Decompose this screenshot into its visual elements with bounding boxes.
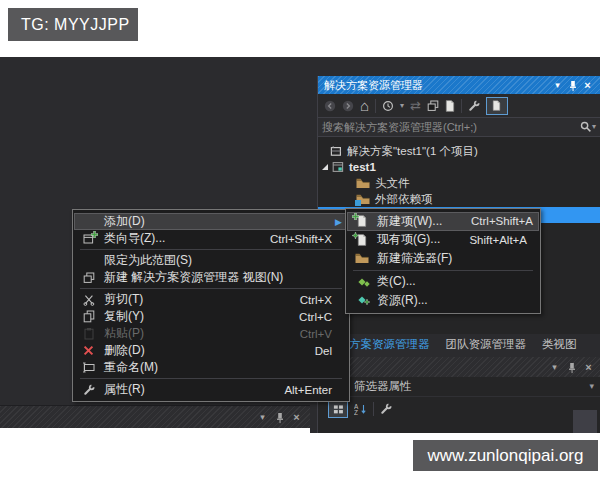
- new-item-icon: [352, 215, 371, 227]
- pin-icon[interactable]: [565, 76, 580, 94]
- screenshot-root: TG: MYYJJPP 解决方案资源管理器 ▾ × ⌂ ▾ ⇄: [0, 0, 600, 480]
- properties-object-combobox[interactable]: 筛选器属性 ▾: [318, 377, 600, 397]
- menu-item-delete[interactable]: 删除(D) Del: [74, 342, 348, 359]
- context-menu: 添加(D) ▶ 类向导(Z)... Ctrl+Shift+X 限定为此范围(S)…: [72, 209, 350, 402]
- submenu-item-existing-item[interactable]: 现有项(G)... Shift+Alt+A: [347, 231, 539, 250]
- show-all-files-icon[interactable]: [445, 100, 455, 112]
- pending-changes-filter-icon[interactable]: [382, 100, 394, 112]
- close-icon[interactable]: ×: [289, 408, 304, 426]
- tree-row-project[interactable]: test1: [318, 159, 600, 175]
- properties-wrench-icon[interactable]: [468, 100, 480, 112]
- refresh-icon[interactable]: ⇄: [410, 99, 421, 112]
- menu-item-properties[interactable]: 属性(R) Alt+Enter: [74, 381, 348, 398]
- solution-explorer-search: ▾: [318, 118, 600, 137]
- submenu-item-resource[interactable]: 资源(R)...: [347, 291, 539, 310]
- properties-panel: ▾ × 筛选器属性 ▾: [317, 357, 600, 433]
- window-position-menu-icon[interactable]: ▾: [547, 358, 562, 376]
- class-icon: [352, 278, 371, 286]
- menu-item-label: 添加(D): [104, 213, 329, 230]
- menu-separator: [80, 378, 342, 379]
- pin-icon[interactable]: [272, 408, 287, 426]
- scrollbar-grip[interactable]: [573, 410, 597, 433]
- menu-item-class-wizard[interactable]: 类向导(Z)... Ctrl+Shift+X: [74, 230, 348, 247]
- collapse-all-icon[interactable]: [427, 100, 439, 112]
- delete-icon: [79, 345, 98, 356]
- menu-shortcut: Shift+Alt+A: [469, 234, 527, 246]
- close-icon[interactable]: ×: [580, 76, 595, 94]
- menu-item-add[interactable]: 添加(D) ▶: [74, 213, 348, 230]
- properties-toolbar: [318, 397, 600, 421]
- menu-separator: [80, 288, 342, 289]
- menu-item-label: 新建 解决方案资源管理器 视图(N): [104, 269, 332, 286]
- tree-row-solution[interactable]: 解决方案"test1"(1 个项目): [318, 143, 600, 159]
- home-icon[interactable]: ⌂: [360, 98, 369, 113]
- menu-shortcut: Ctrl+X: [300, 294, 332, 306]
- combobox-dropdown-icon[interactable]: ▾: [589, 382, 594, 391]
- folder-label: 外部依赖项: [375, 192, 433, 207]
- new-view-icon: [79, 272, 98, 284]
- menu-shortcut: Ctrl+V: [300, 328, 332, 340]
- submenu-item-new-filter[interactable]: 新建筛选器(F): [347, 249, 539, 268]
- alphabetical-sort-icon[interactable]: [354, 403, 367, 416]
- properties-wrench-icon: [79, 384, 98, 396]
- menu-item-scope-to-this[interactable]: 限定为此范围(S): [74, 252, 348, 269]
- window-position-menu-icon[interactable]: ▾: [255, 408, 270, 426]
- tree-row-external-dependencies[interactable]: 外部依赖项: [318, 191, 600, 207]
- forward-icon[interactable]: [342, 100, 354, 112]
- search-icon[interactable]: [580, 121, 592, 133]
- menu-item-label: 现有项(G)...: [377, 231, 463, 248]
- menu-separator: [80, 249, 342, 250]
- submenu-item-new-item[interactable]: 新建项(W)... Ctrl+Shift+A: [347, 212, 539, 231]
- combobox-value: 筛选器属性: [354, 379, 589, 394]
- rename-icon: [79, 362, 98, 373]
- tg-watermark: TG: MYYJJPP: [8, 8, 138, 41]
- menu-item-label: 剪切(T): [104, 291, 294, 308]
- toolbar-separator: [375, 99, 376, 113]
- property-pages-wrench-icon[interactable]: [380, 403, 392, 415]
- cut-icon: [79, 294, 98, 306]
- folder-icon: [356, 177, 370, 189]
- copy-icon: [79, 310, 98, 323]
- window-position-menu-icon[interactable]: ▾: [550, 76, 565, 94]
- panel-title: 解决方案资源管理器: [324, 78, 550, 93]
- tab-team-explorer[interactable]: 团队资源管理器: [446, 337, 527, 352]
- solution-explorer-toolbar: ⌂ ▾ ⇄: [318, 94, 600, 118]
- solution-icon: [330, 145, 342, 157]
- menu-shortcut: Ctrl+Shift+A: [471, 215, 533, 227]
- existing-item-icon: [352, 234, 371, 246]
- add-submenu: 新建项(W)... Ctrl+Shift+A 现有项(G)... Shift+A…: [345, 208, 541, 314]
- close-icon[interactable]: ×: [581, 358, 596, 376]
- search-options-icon[interactable]: ▾: [592, 123, 596, 131]
- menu-item-label: 粘贴(P): [104, 325, 294, 342]
- new-filter-folder-icon: [352, 252, 371, 264]
- tab-class-view[interactable]: 类视图: [542, 337, 577, 352]
- menu-item-rename[interactable]: 重命名(M): [74, 359, 348, 376]
- paste-icon: [79, 327, 98, 340]
- menu-item-cut[interactable]: 剪切(T) Ctrl+X: [74, 291, 348, 308]
- bottom-left-titlebar[interactable]: ▾ ×: [0, 405, 310, 428]
- menu-item-paste-disabled[interactable]: 粘贴(P) Ctrl+V: [74, 325, 348, 342]
- project-label: test1: [349, 161, 376, 173]
- sync-with-active-document-button[interactable]: [486, 97, 508, 115]
- cpp-project-icon: [332, 161, 344, 173]
- menu-item-new-solution-explorer-view[interactable]: 新建 解决方案资源管理器 视图(N): [74, 269, 348, 286]
- menu-item-label: 重命名(M): [104, 359, 332, 376]
- menu-item-copy[interactable]: 复制(Y) Ctrl+C: [74, 308, 348, 325]
- menu-item-label: 类(C)...: [377, 273, 527, 290]
- categorized-view-button[interactable]: [328, 401, 348, 418]
- filter-dropdown-icon[interactable]: ▾: [400, 102, 404, 110]
- tree-row-header-files[interactable]: 头文件: [318, 175, 600, 191]
- resource-icon: [352, 296, 371, 304]
- pin-icon[interactable]: [564, 358, 579, 376]
- menu-item-label: 新建项(W)...: [377, 213, 465, 230]
- menu-shortcut: Ctrl+Shift+X: [270, 233, 332, 245]
- tool-window-tabs: 解决方案资源管理器 团队资源管理器 类视图: [318, 334, 600, 354]
- properties-titlebar[interactable]: ▾ ×: [318, 357, 600, 377]
- back-icon[interactable]: [324, 100, 336, 112]
- search-input[interactable]: [322, 121, 580, 133]
- class-wizard-icon: [79, 233, 98, 245]
- submenu-item-class[interactable]: 类(C)...: [347, 273, 539, 292]
- expand-arrow-icon[interactable]: [322, 164, 328, 170]
- solution-explorer-titlebar[interactable]: 解决方案资源管理器 ▾ ×: [318, 76, 600, 94]
- folder-label: 头文件: [375, 176, 410, 191]
